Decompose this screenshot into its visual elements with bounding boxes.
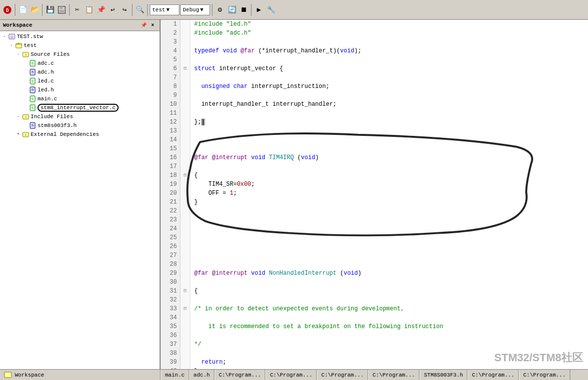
ln-40: 40 xyxy=(161,367,180,369)
rebuild-button[interactable]: 🔄 xyxy=(226,4,237,15)
ln-17: 17 xyxy=(161,162,180,171)
status-tab-mainc[interactable]: main.c xyxy=(161,370,189,380)
ln-37: 37 xyxy=(161,340,180,349)
tree-expand-externaldeps[interactable]: + xyxy=(15,132,22,137)
ln-26: 26 xyxy=(161,242,180,251)
ln-39: 39 xyxy=(161,358,180,367)
paste-button[interactable]: 📌 xyxy=(95,4,106,15)
status-tab-prog5[interactable]: C:\Program... xyxy=(467,370,519,380)
tree-item-stm8s003f3h[interactable]: h stm8s003f3.h xyxy=(1,121,159,130)
ln-23: 23 xyxy=(161,215,180,224)
code-lines[interactable]: #include "led.h" #include "adc.h" typede… xyxy=(190,20,588,369)
ln-20: 20 xyxy=(161,189,180,198)
tree-item-adcc[interactable]: c adc.c xyxy=(1,59,159,68)
separator-5 xyxy=(147,4,148,16)
code-line-13 xyxy=(190,127,588,135)
workspace-pin[interactable]: 📌 xyxy=(140,21,148,29)
test-icon xyxy=(15,42,23,49)
separator-3 xyxy=(69,4,70,16)
gutter-17 xyxy=(180,162,190,171)
ln-34: 34 xyxy=(161,313,180,322)
redo-button[interactable]: ↪ xyxy=(119,4,130,15)
code-line-11 xyxy=(190,109,588,118)
save-all-button[interactable] xyxy=(56,4,67,15)
app-icon: D xyxy=(2,4,13,15)
stop-button[interactable]: ⏹ xyxy=(238,4,249,15)
workspace-close[interactable]: × xyxy=(149,21,157,29)
gutter-27 xyxy=(180,251,190,260)
tree-item-teststw[interactable]: - W TEST.stw xyxy=(1,32,159,41)
gutter-35 xyxy=(180,322,190,331)
gutter-18[interactable]: ⊟ xyxy=(180,171,190,180)
gutter-6[interactable]: ⊟ xyxy=(180,64,190,73)
code-panel[interactable]: 1 2 3 4 5 6 7 8 9 10 11 12 13 14 15 16 1 xyxy=(161,20,588,369)
statusbar-tabs: main.c adc.h C:\Program... C:\Program...… xyxy=(161,370,588,380)
new-button[interactable]: 📄 xyxy=(17,4,28,15)
ln-9: 9 xyxy=(161,91,180,100)
gutter-5 xyxy=(180,55,190,64)
tree-item-test[interactable]: - test xyxy=(1,41,159,50)
tree-item-ledh[interactable]: h led.h xyxy=(1,85,159,94)
code-line-25 xyxy=(190,233,588,242)
tree-expand-includefiles[interactable]: - xyxy=(15,114,22,119)
workspace-panel: Workspace 📌 × - W TEST.stw - xyxy=(0,20,161,369)
gutter-36 xyxy=(180,331,190,340)
separator-6 xyxy=(212,4,212,16)
status-tab-prog3[interactable]: C:\Program... xyxy=(317,370,368,380)
status-tab-prog1[interactable]: C:\Program... xyxy=(214,370,266,380)
code-line-19: TIM4_SR=0x00; xyxy=(190,180,588,189)
tree-item-stm8vector[interactable]: c stm8_interrupt_vector.c xyxy=(1,103,159,112)
includefiles-icon: I xyxy=(22,113,30,121)
svg-text:c: c xyxy=(32,106,34,110)
ln-31: 31 xyxy=(161,287,180,296)
tree-expand-sourcefiles[interactable]: - xyxy=(15,52,22,57)
build-button[interactable]: ⚙ xyxy=(214,4,225,15)
ledh-icon: h xyxy=(29,86,37,94)
tree-expand-test[interactable]: - xyxy=(8,43,15,48)
gutter-9 xyxy=(180,91,190,100)
workspace-title: Workspace xyxy=(3,22,32,28)
cut-button[interactable]: ✂ xyxy=(72,4,83,15)
copy-button[interactable]: 📋 xyxy=(84,4,94,15)
tree-item-sourcefiles[interactable]: - S Source Files xyxy=(1,50,159,59)
status-tab-prog6[interactable]: C:\Program... xyxy=(519,370,570,380)
gutter-23 xyxy=(180,215,190,224)
status-tab-prog2[interactable]: C:\Program... xyxy=(265,370,317,380)
gutter-22 xyxy=(180,207,190,215)
gutter-11 xyxy=(180,109,190,118)
separator-4 xyxy=(132,4,132,16)
status-tab-stm8s003[interactable]: STM8S003F3.h xyxy=(420,370,467,380)
tree-expand-teststw[interactable]: - xyxy=(1,34,8,39)
tree-item-mainc[interactable]: c main.c xyxy=(1,94,159,103)
gutter-30 xyxy=(180,278,190,287)
undo-button[interactable]: ↩ xyxy=(107,4,118,15)
status-tab-prog4[interactable]: C:\Program... xyxy=(368,370,420,380)
svg-text:S: S xyxy=(25,53,27,57)
config-dropdown[interactable]: Debug ▼ xyxy=(180,4,210,15)
save-button[interactable]: 💾 xyxy=(44,4,55,15)
gutter-8 xyxy=(180,82,190,91)
separator-2 xyxy=(42,4,42,16)
code-line-31: { xyxy=(190,287,588,296)
search-button[interactable]: 🔍 xyxy=(134,4,145,15)
tree-item-ledc[interactable]: c led.c xyxy=(1,77,159,85)
tree-item-includefiles[interactable]: - I Include Files xyxy=(1,112,159,121)
gutter-31[interactable]: ⊟ xyxy=(180,287,190,296)
tree-item-adch[interactable]: h adc.h xyxy=(1,68,159,77)
tree-item-externaldeps[interactable]: + E External Dependencies xyxy=(1,130,159,139)
gutter-33[interactable]: ⊟ xyxy=(180,304,190,313)
gutter-39 xyxy=(180,358,190,367)
code-line-15 xyxy=(190,144,588,153)
ln-32: 32 xyxy=(161,296,180,304)
code-line-34 xyxy=(190,313,588,322)
code-line-9 xyxy=(190,91,588,100)
teststw-icon: W xyxy=(8,33,16,41)
statusbar-workspace: Workspace xyxy=(0,370,161,380)
svg-text:c: c xyxy=(32,79,34,83)
code-line-23 xyxy=(190,215,588,224)
project-dropdown[interactable]: test ▼ xyxy=(150,4,179,15)
debug-button[interactable]: ▶ xyxy=(253,4,264,15)
status-tab-adch[interactable]: adc.h xyxy=(189,370,214,380)
settings-button[interactable]: 🔧 xyxy=(265,4,276,15)
open-button[interactable]: 📂 xyxy=(29,4,40,15)
